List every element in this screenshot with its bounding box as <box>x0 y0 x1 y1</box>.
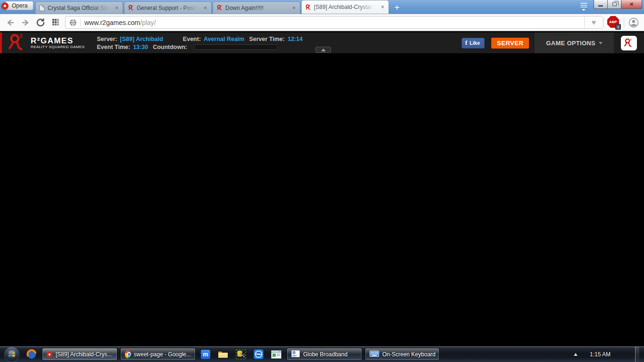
windows-flag-icon <box>7 350 17 359</box>
r2games-mini-icon: 2 <box>624 38 634 48</box>
firefox-taskbar-icon[interactable] <box>26 349 37 360</box>
browser-tab-bar: Opera Crystal Saga Official Site – × 2 G… <box>0 0 644 14</box>
r2games-favicon: 2 <box>216 5 223 11</box>
opera-menu-label: Opera <box>5 1 33 10</box>
server-select-button[interactable]: SERVER <box>491 38 529 49</box>
keyboard-icon <box>370 351 379 358</box>
bookmark-button[interactable]: ♥ <box>584 16 603 28</box>
abp-badge: 3 <box>615 24 621 30</box>
facebook-like-label: Like <box>470 40 480 46</box>
speed-dial-button[interactable] <box>50 17 61 28</box>
r2games-favicon: 2 <box>128 5 134 11</box>
r2games-favicon: 2 <box>305 4 311 10</box>
new-tab-button[interactable]: + <box>390 1 404 14</box>
countdown-label: Countdown: <box>153 44 187 50</box>
tab-close-icon[interactable]: × <box>114 5 119 11</box>
url-field[interactable]: www.r2games.com /play/ ♥ <box>65 16 603 29</box>
url-separator <box>80 18 81 27</box>
header-actions: f Like SERVER GAME OPTIONS 2 <box>462 33 644 53</box>
back-arrow-icon <box>6 19 15 26</box>
show-hidden-icons-button[interactable] <box>574 353 578 356</box>
r2games-logo: 2 R²GAMES REALITY SQUARED GAMES <box>8 33 85 53</box>
site-globe-icon <box>69 19 77 26</box>
r2games-home-button[interactable]: 2 <box>621 36 637 50</box>
taskbar-clock[interactable]: 1:15 AM <box>590 351 611 358</box>
event-time-label: Event Time: <box>97 44 131 50</box>
server-value: [S89] Archibald <box>120 36 163 42</box>
header-left-accent <box>0 33 2 53</box>
tab-general-support[interactable]: 2 General Support - Post Ne × <box>124 1 212 14</box>
forward-button[interactable] <box>20 17 31 28</box>
tab-s89-archibald-active[interactable]: 2 [S89] Archibald-Crystal Sag × <box>301 0 389 14</box>
taskbar-button-opera-window[interactable]: [S89] Archibald-Crys... <box>42 348 117 361</box>
maxthon-taskbar-icon[interactable]: m <box>201 350 210 359</box>
address-bar: www.r2games.com /play/ ♥ ABP 3 <box>0 14 644 31</box>
server-info: Server: [S89] Archibald Event: Avernal R… <box>97 33 303 53</box>
page-icon <box>39 5 45 11</box>
avatar-icon <box>628 17 639 28</box>
explorer-folder-icon[interactable] <box>218 350 228 358</box>
close-button[interactable]: ✕ <box>621 0 642 9</box>
hack-tool-icon[interactable] <box>236 349 246 360</box>
taskbar-button-chrome-window[interactable]: sweet-page - Google... <box>120 348 196 361</box>
server-time-value: 12:14 <box>288 36 303 42</box>
opera-logo-icon <box>1 2 8 9</box>
server-label: Server: <box>97 36 117 42</box>
toolbar-separator <box>624 18 624 27</box>
tab-title: General Support - Post Ne <box>137 5 200 11</box>
system-tray: 1:15 AM <box>574 346 644 362</box>
tab-down-again[interactable]: 2 Down Again!!!!! × <box>213 1 300 14</box>
tab-title: Crystal Saga Official Site – <box>48 5 111 11</box>
logo-subtitle: REALITY SQUARED GAMES <box>31 45 85 49</box>
chrome-icon <box>125 350 131 358</box>
facebook-like-button[interactable]: f Like <box>462 38 485 49</box>
maximize-button[interactable] <box>607 0 621 9</box>
header-collapse-button[interactable] <box>315 47 331 53</box>
tab-title: [S89] Archibald-Crystal Sag <box>314 4 377 10</box>
svg-text:2: 2 <box>20 33 23 39</box>
tab-crystal-saga-site[interactable]: Crystal Saga Official Site – × <box>35 1 123 14</box>
start-button[interactable] <box>5 347 19 362</box>
tab-close-icon[interactable]: × <box>380 4 385 10</box>
collapse-up-icon <box>321 49 326 51</box>
countdown-progress-bar <box>194 44 278 50</box>
game-options-label: GAME OPTIONS <box>546 40 595 47</box>
account-button[interactable] <box>628 17 639 28</box>
taskbar-button-on-screen-keyboard[interactable]: On-Screen Keyboard <box>365 348 439 361</box>
game-canvas[interactable] <box>0 53 644 346</box>
window-controls: ✕ <box>594 0 642 9</box>
adblock-button[interactable]: ABP 3 <box>607 16 620 29</box>
r2games-header: 2 R²GAMES REALITY SQUARED GAMES Server: … <box>0 31 644 53</box>
heart-icon: ♥ <box>592 19 596 26</box>
forward-arrow-icon <box>21 19 30 26</box>
server-time-label: Server Time: <box>249 36 285 42</box>
svg-text:2: 2 <box>221 5 222 7</box>
reload-icon <box>36 18 45 27</box>
event-value: Avernal Realm <box>204 36 244 42</box>
reload-button[interactable] <box>35 17 46 28</box>
app-window-icon[interactable] <box>271 350 281 359</box>
svg-text:2: 2 <box>630 38 632 41</box>
back-button[interactable] <box>5 17 16 28</box>
event-time-value: 13:30 <box>133 44 148 50</box>
opera-icon <box>47 352 52 357</box>
url-path: /play/ <box>140 19 156 26</box>
show-desktop-button[interactable] <box>635 346 639 362</box>
network-dialog-icon <box>291 350 300 359</box>
event-label: Event: <box>183 36 201 42</box>
tab-strip: Crystal Saga Official Site – × 2 General… <box>35 0 404 14</box>
tab-close-icon[interactable]: × <box>203 5 208 11</box>
windows-taskbar: [S89] Archibald-Crys... sweet-page - Goo… <box>0 346 644 362</box>
url-host: www.r2games.com <box>84 19 140 26</box>
maximize-icon <box>612 2 617 6</box>
teamviewer-icon[interactable] <box>254 349 264 359</box>
minimize-icon <box>598 5 603 7</box>
opera-menu-button[interactable]: Opera <box>1 1 33 10</box>
tab-close-icon[interactable]: × <box>291 5 297 11</box>
tab-menu-icon[interactable] <box>578 3 589 11</box>
game-options-button[interactable]: GAME OPTIONS <box>535 33 614 53</box>
chevron-down-icon <box>599 42 603 44</box>
taskbar-button-globe-broadband[interactable]: Globe Broadband <box>287 348 362 361</box>
minimize-button[interactable] <box>594 0 608 9</box>
svg-text:2: 2 <box>309 4 311 7</box>
